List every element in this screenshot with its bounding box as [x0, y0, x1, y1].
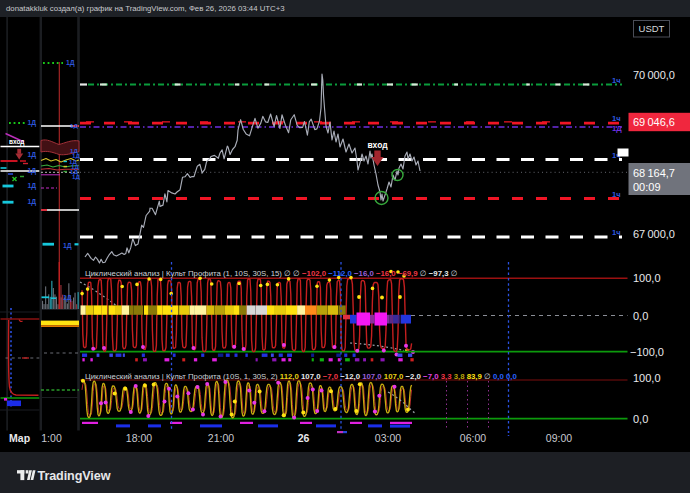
svg-text:00:09: 00:09	[633, 181, 661, 193]
svg-text:1:00: 1:00	[41, 432, 62, 444]
svg-text:09:00: 09:00	[546, 432, 572, 444]
svg-text:donatakkluk создал(а) график н: donatakkluk создал(а) график на TradingV…	[6, 4, 285, 13]
svg-text:0,0: 0,0	[633, 310, 648, 322]
svg-text:06:00: 06:00	[460, 432, 486, 444]
svg-text:1Д: 1Д	[28, 182, 37, 190]
svg-text:1ч: 1ч	[612, 114, 621, 123]
svg-text:68 164,7: 68 164,7	[633, 167, 675, 179]
svg-text:1Д: 1Д	[72, 173, 80, 180]
svg-text:1Д: 1Д	[28, 151, 37, 159]
svg-text:1Д: 1Д	[70, 122, 78, 129]
svg-text:67 000,0: 67 000,0	[633, 228, 675, 240]
svg-text:0,0: 0,0	[633, 413, 648, 425]
svg-text:1Д: 1Д	[28, 167, 37, 175]
svg-text:1Д: 1Д	[28, 198, 37, 206]
svg-text:1Д: 1Д	[612, 124, 622, 133]
svg-text:1Д: 1Д	[63, 294, 72, 302]
svg-text:70 000,0: 70 000,0	[633, 69, 675, 81]
svg-text:−100,0: −100,0	[630, 346, 664, 358]
svg-text:Циклический анализ | Культ Про: Циклический анализ | Культ Профита (10S,…	[85, 372, 518, 381]
svg-text:100,0: 100,0	[633, 372, 661, 384]
svg-text:26: 26	[298, 432, 310, 444]
svg-text:вход: вход	[367, 140, 388, 150]
svg-text:1ч: 1ч	[612, 190, 621, 199]
svg-text:21:00: 21:00	[208, 432, 234, 444]
svg-text:18:00: 18:00	[126, 432, 152, 444]
svg-text:1Д: 1Д	[28, 119, 37, 127]
svg-text:1ч: 1ч	[612, 228, 621, 237]
svg-text:Циклический анализ | Культ Про: Циклический анализ | Культ Профита (1, 1…	[85, 269, 457, 278]
svg-text:03:00: 03:00	[375, 432, 401, 444]
svg-text:USDT: USDT	[639, 23, 665, 34]
svg-text:1Д: 1Д	[66, 59, 75, 67]
svg-text:69 046,6: 69 046,6	[633, 116, 675, 128]
svg-text:TradingView: TradingView	[38, 469, 111, 483]
svg-text:вход: вход	[9, 138, 24, 146]
svg-text:100,0: 100,0	[633, 272, 661, 284]
svg-text:1ч: 1ч	[612, 76, 621, 85]
svg-text:Мар: Мар	[9, 432, 30, 444]
svg-text:1Д: 1Д	[63, 242, 72, 250]
